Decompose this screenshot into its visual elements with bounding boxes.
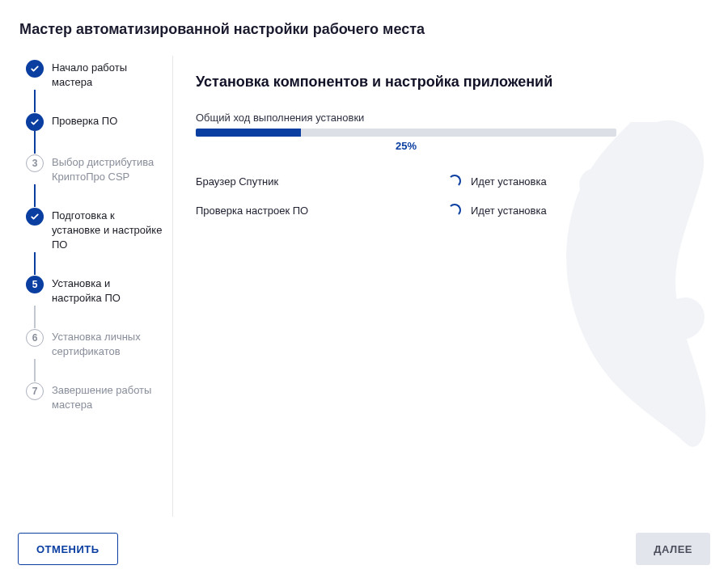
spinner-icon [438, 175, 471, 188]
step-number: 3 [26, 154, 44, 172]
step-3: 3 Выбор дистрибутива КриптоПро CSP [26, 154, 163, 184]
install-item: Проверка настроек ПО Идет установка [196, 196, 705, 225]
step-label: Подготовка к установке и настройке ПО [52, 207, 163, 252]
step-label: Начало работы мастера [52, 59, 163, 90]
spinner-icon [438, 204, 471, 217]
step-7: 7 Завершение работы мастера [26, 382, 163, 412]
step-connector [34, 359, 36, 382]
main-panel: Установка компонентов и настройка прилож… [173, 56, 728, 517]
step-label: Установка и настройка ПО [52, 275, 163, 306]
step-connector [34, 306, 36, 328]
progress-percent: 25% [196, 140, 616, 152]
step-connector [34, 184, 36, 207]
item-status: Идет установка [471, 205, 547, 217]
step-1[interactable]: Начало работы мастера [26, 59, 163, 90]
footer: ОТМЕНИТЬ ДАЛЕЕ [0, 520, 728, 578]
next-button[interactable]: ДАЛЕЕ [636, 533, 710, 565]
install-items: Браузер Спутник Идет установка Проверка … [196, 167, 705, 225]
step-label: Выбор дистрибутива КриптоПро CSP [52, 154, 163, 184]
step-6: 6 Установка личных сертификатов [26, 328, 163, 359]
item-name: Браузер Спутник [196, 175, 438, 188]
step-label: Установка личных сертификатов [52, 328, 163, 359]
step-connector [34, 131, 36, 154]
check-icon [26, 208, 44, 226]
step-label: Проверка ПО [52, 112, 117, 129]
check-icon [26, 60, 44, 78]
check-icon [26, 113, 44, 131]
step-4[interactable]: Подготовка к установке и настройке ПО [26, 207, 163, 252]
main-title: Установка компонентов и настройка прилож… [196, 74, 705, 91]
step-label: Завершение работы мастера [52, 382, 163, 412]
step-5-current[interactable]: 5 Установка и настройка ПО [26, 275, 163, 306]
progress-label: Общий ход выполнения установки [196, 112, 705, 124]
step-number: 7 [26, 382, 44, 400]
step-number: 5 [26, 276, 44, 293]
body: Начало работы мастера Проверка ПО 3 Выбо… [0, 56, 728, 517]
item-name: Проверка настроек ПО [196, 205, 438, 217]
progress-bar [196, 129, 616, 137]
item-status: Идет установка [471, 175, 547, 188]
wizard-title: Мастер автоматизированной настройки рабо… [0, 0, 728, 56]
step-connector [34, 252, 36, 275]
eagle-ornament-icon [534, 104, 728, 460]
step-number: 6 [26, 329, 44, 347]
cancel-button[interactable]: ОТМЕНИТЬ [18, 533, 118, 565]
step-2[interactable]: Проверка ПО [26, 112, 163, 131]
sidebar: Начало работы мастера Проверка ПО 3 Выбо… [0, 56, 173, 517]
step-connector [34, 90, 36, 112]
progress-fill [196, 129, 301, 137]
install-item: Браузер Спутник Идет установка [196, 167, 705, 196]
